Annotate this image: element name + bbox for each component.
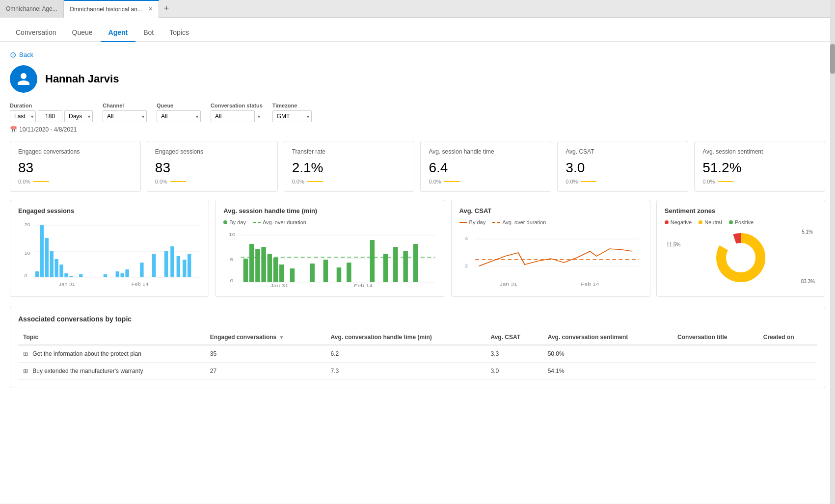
negative-pct: 11.5%: [667, 242, 680, 247]
svg-rect-8: [45, 238, 49, 277]
add-tab-button[interactable]: +: [159, 3, 174, 14]
neutral-dot: [699, 220, 702, 224]
table-header-row: Topic Engaged conversations ▼ Avg. conve…: [18, 330, 817, 345]
csat-by-day-label: By day: [469, 219, 486, 225]
duration-input[interactable]: [38, 110, 62, 122]
conv-status-select[interactable]: All: [211, 110, 255, 122]
kpi-avg-sent-footer: 0.0%: [702, 179, 817, 185]
kpi-avg-sent-change: 0.0%: [702, 179, 715, 185]
sort-icon[interactable]: ▼: [279, 335, 284, 340]
nav-item-queue[interactable]: Queue: [64, 23, 101, 42]
sentiment-chart-title: Sentiment zones: [665, 207, 817, 214]
svg-rect-10: [54, 259, 58, 277]
svg-rect-17: [120, 273, 124, 277]
svg-text:0: 0: [230, 278, 234, 283]
scrollbar[interactable]: [830, 0, 835, 504]
svg-rect-48: [383, 254, 388, 282]
legend-by-day: By day: [223, 219, 246, 225]
kpi-engaged-conv-footer: 0.0%: [18, 179, 133, 185]
nav-item-agent[interactable]: Agent: [101, 23, 136, 42]
col-created-on: Created on: [758, 330, 817, 345]
scrollbar-thumb[interactable]: [830, 44, 835, 74]
csat-avg-label: Avg. over duration: [502, 219, 546, 225]
kpi-avg-handle-footer: 0.0%: [429, 179, 543, 185]
agent-name: Hannah Jarvis: [45, 73, 119, 85]
duration-unit-select[interactable]: Days: [64, 110, 93, 122]
nav-item-conversation[interactable]: Conversation: [8, 23, 64, 42]
avg-duration-line: [253, 222, 261, 223]
channel-select[interactable]: All: [103, 110, 147, 122]
duration-select[interactable]: Last: [10, 110, 36, 122]
kpi-transfer-title: Transfer rate: [292, 148, 406, 155]
positive-pct: 5.1%: [802, 229, 813, 235]
nav-item-bot[interactable]: Bot: [135, 23, 162, 42]
by-day-dot: [223, 220, 227, 224]
avg-csat-chart: Avg. CSAT By day Avg. over duration 4 2: [451, 200, 650, 297]
kpi-engaged-conversations: Engaged conversations 83 0.0%: [10, 141, 141, 192]
svg-rect-46: [347, 263, 351, 282]
table-section: Associated conversations by topic Topic …: [10, 307, 825, 388]
csat-by-day-line: [459, 222, 467, 223]
positive-dot: [729, 220, 733, 224]
svg-rect-21: [164, 251, 168, 277]
queue-select[interactable]: All: [157, 110, 201, 122]
donut-clean-svg: [711, 228, 770, 287]
svg-rect-23: [177, 256, 180, 277]
back-button[interactable]: ⊙ Back: [10, 50, 825, 59]
browser-tab-2[interactable]: Omnichannel historical an... ✕: [64, 0, 159, 18]
kpi-avg-csat-title: Avg. CSAT: [566, 148, 680, 155]
kpi-transfer-bar: [307, 181, 323, 182]
filter-queue: Queue All: [157, 103, 201, 122]
kpi-row: Engaged conversations 83 0.0% Engaged se…: [10, 141, 825, 192]
col-engaged-conv: Engaged conversations ▼: [205, 330, 326, 345]
kpi-transfer-value: 2.1%: [292, 160, 406, 176]
back-label: Back: [19, 51, 33, 58]
svg-rect-44: [323, 260, 328, 282]
svg-rect-47: [370, 240, 375, 282]
timezone-select[interactable]: GMT: [272, 110, 312, 122]
timezone-label: Timezone: [272, 103, 312, 108]
svg-rect-37: [255, 249, 260, 282]
browser-tab-1[interactable]: Omnichannel Age...: [0, 0, 64, 18]
by-day-label: By day: [229, 219, 246, 225]
row2-avg-sentiment: 54.1%: [543, 363, 673, 380]
row1-conv-title: [673, 345, 758, 363]
col-avg-sentiment: Avg. conversation sentiment: [543, 330, 673, 345]
row2-conv-title: [673, 363, 758, 380]
expand-row2-button[interactable]: ⊞: [23, 368, 28, 374]
negative-dot: [665, 220, 669, 224]
kpi-engaged-conv-value: 83: [18, 160, 133, 176]
channel-select-wrapper: All: [103, 110, 147, 122]
kpi-avg-csat: Avg. CSAT 3.0 0.0%: [557, 141, 688, 192]
kpi-avg-handle-value: 6.4: [429, 160, 543, 176]
avg-csat-chart-title: Avg. CSAT: [459, 207, 642, 214]
kpi-engaged-sess-footer: 0.0%: [155, 179, 269, 185]
row2-avg-csat: 3.0: [485, 363, 542, 380]
kpi-avg-sent-value: 51.2%: [702, 160, 817, 176]
svg-text:Feb 14: Feb 14: [132, 282, 149, 287]
col-avg-csat: Avg. CSAT: [485, 330, 542, 345]
nav-item-topics[interactable]: Topics: [162, 23, 197, 42]
svg-rect-51: [413, 244, 418, 282]
main-content: ⊙ Back Hannah Jarvis Duration Last: [0, 42, 835, 504]
close-tab-icon[interactable]: ✕: [148, 6, 153, 12]
row2-topic: ⊞ Buy extended the manufacturer's warran…: [18, 363, 205, 380]
svg-text:20: 20: [24, 222, 30, 227]
kpi-avg-sent-bar: [718, 181, 733, 182]
tab2-label: Omnichannel historical an...: [70, 6, 142, 13]
avg-handle-chart-title: Avg. session handle time (min): [223, 207, 436, 214]
kpi-avg-csat-footer: 0.0%: [566, 179, 680, 185]
conv-status-select-wrapper: All: [211, 110, 263, 122]
avg-csat-svg: 4 2 Jan 31 Feb 14: [459, 229, 642, 288]
avg-csat-legend: By day Avg. over duration: [459, 219, 642, 225]
svg-rect-41: [279, 265, 284, 282]
avg-handle-svg: 10 5 0: [223, 229, 436, 288]
svg-rect-25: [188, 254, 191, 277]
svg-rect-12: [64, 273, 68, 277]
svg-rect-40: [273, 258, 278, 282]
expand-row1-button[interactable]: ⊞: [23, 350, 28, 357]
row2-engaged-conv: 27: [205, 363, 326, 380]
neutral-legend: Neutral: [699, 219, 722, 225]
table-row: ⊞ Get the information about the protect …: [18, 345, 817, 363]
sentiment-zones-chart: Sentiment zones Negative Neutral Positiv…: [656, 200, 825, 297]
